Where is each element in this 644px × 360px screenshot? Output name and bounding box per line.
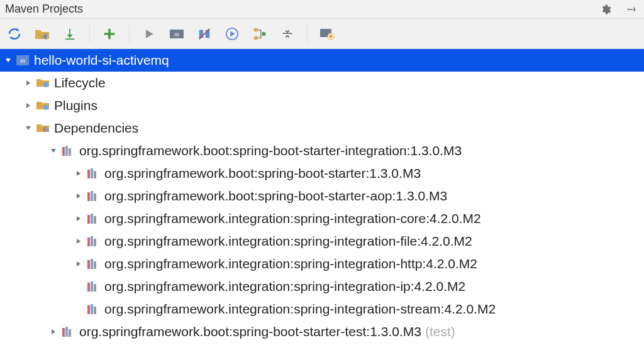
tree-label: org.springframework.integration:spring-i… — [104, 302, 496, 317]
svg-rect-44 — [65, 327, 68, 337]
svg-rect-36 — [94, 261, 96, 269]
library-icon — [87, 258, 99, 270]
toolbar-separator — [307, 25, 308, 43]
hide-icon[interactable] — [623, 1, 639, 18]
tree-label: org.springframework.boot:spring-boot-sta… — [104, 188, 447, 204]
tree-node-lifecycle[interactable]: Lifecycle — [0, 72, 644, 94]
svg-rect-32 — [91, 236, 93, 246]
expand-arrow-right-icon[interactable] — [74, 215, 83, 222]
add-button[interactable] — [101, 26, 118, 42]
svg-rect-45 — [69, 329, 71, 337]
expand-arrow-right-icon[interactable] — [74, 260, 83, 268]
tree-label: org.springframework.integration:spring-i… — [104, 234, 472, 249]
download-button[interactable] — [62, 26, 78, 42]
tree-node-dependency[interactable]: org.springframework.integration:spring-i… — [0, 275, 644, 298]
folder-gear-icon — [36, 100, 49, 111]
tree-label: Dependencies — [54, 121, 138, 136]
expand-arrow-right-icon[interactable] — [24, 102, 33, 109]
svg-rect-21 — [69, 148, 71, 156]
refresh-button[interactable] — [6, 26, 23, 42]
tree-label: org.springframework.integration:spring-i… — [104, 279, 465, 294]
svg-text:m: m — [174, 30, 179, 38]
show-deps-button[interactable] — [252, 26, 268, 42]
tree-node-dependency[interactable]: org.springframework.boot:spring-boot-sta… — [0, 162, 644, 185]
toolbar-separator — [89, 25, 90, 43]
dependency-scope: (test) — [425, 324, 455, 339]
svg-rect-28 — [87, 215, 90, 224]
svg-rect-18 — [47, 128, 49, 132]
library-icon — [87, 236, 99, 247]
library-icon — [87, 213, 99, 224]
gear-icon[interactable] — [597, 1, 614, 18]
tree-label: Lifecycle — [54, 75, 106, 90]
svg-rect-17 — [45, 126, 47, 132]
tree-node-plugins[interactable]: Plugins — [0, 94, 644, 117]
expand-arrow-right-icon[interactable] — [49, 328, 58, 335]
tree-root-project[interactable]: m hello-world-si-activemq — [0, 49, 644, 72]
svg-rect-24 — [94, 171, 96, 178]
tree-label: hello-world-si-activemq — [34, 53, 169, 68]
tree-node-dependency[interactable]: org.springframework.integration:spring-i… — [0, 253, 644, 275]
execute-goal-button[interactable] — [224, 26, 240, 42]
titlebar-actions — [597, 1, 639, 18]
expand-arrow-down-icon[interactable] — [24, 124, 33, 132]
folder-bars-icon — [36, 123, 49, 134]
tree-node-dependency[interactable]: org.springframework.integration:spring-i… — [0, 207, 644, 230]
toolbar: m — [0, 19, 644, 49]
generate-sources-button[interactable] — [34, 26, 50, 42]
svg-rect-8 — [254, 36, 258, 39]
collapse-all-button[interactable] — [279, 26, 296, 42]
tree-node-dependency[interactable]: org.springframework.boot:spring-boot-sta… — [0, 185, 644, 207]
svg-rect-27 — [94, 194, 96, 201]
run-maven-button[interactable]: m — [169, 26, 185, 42]
expand-arrow-down-icon[interactable] — [49, 147, 58, 155]
tree-node-dependency[interactable]: org.springframework.boot:spring-boot-sta… — [0, 320, 644, 343]
tree-node-dependencies[interactable]: Dependencies — [0, 117, 644, 139]
expand-arrow-right-icon[interactable] — [74, 170, 83, 177]
maven-settings-button[interactable] — [319, 26, 335, 42]
tree-node-dependency[interactable]: org.springframework.integration:spring-i… — [0, 230, 644, 253]
library-icon — [62, 326, 74, 337]
library-icon — [62, 145, 74, 156]
tree-label: org.springframework.boot:spring-boot-sta… — [104, 166, 421, 181]
tree-node-dependency[interactable]: org.springframework.integration:spring-i… — [0, 298, 644, 320]
maven-module-icon: m — [16, 55, 29, 66]
svg-rect-29 — [91, 214, 93, 224]
expand-arrow-right-icon[interactable] — [74, 237, 83, 245]
library-icon — [87, 281, 99, 292]
tree-node-dependency[interactable]: org.springframework.boot:spring-boot-sta… — [0, 139, 644, 162]
library-icon — [87, 168, 99, 179]
svg-rect-34 — [87, 260, 90, 269]
svg-rect-37 — [87, 283, 90, 292]
svg-rect-7 — [254, 28, 258, 31]
maven-tree[interactable]: m hello-world-si-activemq Lifecycle Plug… — [0, 49, 644, 360]
svg-text:m: m — [20, 57, 25, 64]
svg-rect-9 — [262, 32, 266, 36]
svg-rect-31 — [87, 237, 90, 246]
svg-rect-23 — [91, 168, 93, 178]
expand-arrow-right-icon[interactable] — [74, 192, 83, 200]
tree-label: org.springframework.boot:spring-boot-sta… — [79, 324, 421, 339]
svg-rect-0 — [65, 38, 75, 40]
svg-rect-42 — [94, 307, 96, 314]
svg-rect-40 — [87, 305, 90, 314]
svg-rect-41 — [91, 304, 93, 314]
svg-rect-33 — [94, 239, 96, 246]
svg-rect-43 — [62, 328, 65, 337]
maven-projects-panel: Maven Projects m — [0, 0, 644, 360]
svg-rect-25 — [87, 192, 90, 201]
library-icon — [87, 303, 99, 315]
svg-rect-39 — [94, 284, 96, 292]
run-button[interactable] — [141, 26, 157, 42]
titlebar: Maven Projects — [0, 0, 644, 19]
expand-arrow-down-icon[interactable] — [4, 57, 13, 64]
svg-point-15 — [43, 105, 48, 110]
expand-arrow-right-icon[interactable] — [24, 79, 33, 87]
svg-rect-19 — [62, 147, 65, 156]
toggle-offline-button[interactable] — [196, 26, 213, 42]
panel-title: Maven Projects — [5, 3, 597, 16]
svg-rect-20 — [65, 146, 68, 156]
toolbar-separator — [129, 25, 130, 43]
tree-label: org.springframework.boot:spring-boot-sta… — [79, 143, 462, 158]
folder-gear-icon — [36, 77, 49, 89]
